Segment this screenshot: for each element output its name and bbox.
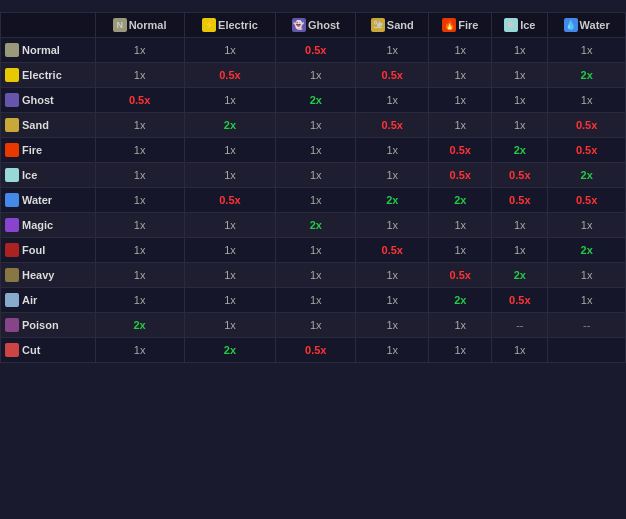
table-row: Sand1x2x1x0.5x1x1x0.5x bbox=[1, 113, 626, 138]
cell-ghost-ghost: 2x bbox=[276, 88, 356, 113]
cell-electric-fire: 1x bbox=[429, 63, 492, 88]
cell-cut-normal: 1x bbox=[95, 338, 184, 363]
col-header-sand: 🏜Sand bbox=[356, 13, 429, 38]
sand-row-icon bbox=[5, 118, 19, 132]
cell-magic-fire: 1x bbox=[429, 213, 492, 238]
cell-normal-water: 1x bbox=[548, 38, 626, 63]
cell-foul-normal: 1x bbox=[95, 238, 184, 263]
cell-cut-ghost: 0.5x bbox=[276, 338, 356, 363]
col-header-electric: ⚡Electric bbox=[184, 13, 276, 38]
cell-poison-water: -- bbox=[548, 313, 626, 338]
cell-foul-electric: 1x bbox=[184, 238, 276, 263]
cell-water-fire: 2x bbox=[429, 188, 492, 213]
cell-cut-fire: 1x bbox=[429, 338, 492, 363]
cell-normal-electric: 1x bbox=[184, 38, 276, 63]
ice-icon: ❄ bbox=[504, 18, 518, 32]
cell-sand-water: 0.5x bbox=[548, 113, 626, 138]
cell-fire-electric: 1x bbox=[184, 138, 276, 163]
cell-heavy-water: 1x bbox=[548, 263, 626, 288]
table-row: Cut1x2x0.5x1x1x1x bbox=[1, 338, 626, 363]
cell-air-ghost: 1x bbox=[276, 288, 356, 313]
table-row: Ice1x1x1x1x0.5x0.5x2x bbox=[1, 163, 626, 188]
cell-ice-sand: 1x bbox=[356, 163, 429, 188]
magic-row-icon bbox=[5, 218, 19, 232]
table-row: Electric1x0.5x1x0.5x1x1x2x bbox=[1, 63, 626, 88]
page-title bbox=[0, 0, 626, 12]
cell-poison-ice: -- bbox=[492, 313, 548, 338]
heavy-row-icon bbox=[5, 268, 19, 282]
col-header-normal: NNormal bbox=[95, 13, 184, 38]
cell-ice-water: 2x bbox=[548, 163, 626, 188]
cell-sand-sand: 0.5x bbox=[356, 113, 429, 138]
poison-row-icon bbox=[5, 318, 19, 332]
cell-sand-normal: 1x bbox=[95, 113, 184, 138]
cell-air-sand: 1x bbox=[356, 288, 429, 313]
water-row-icon bbox=[5, 193, 19, 207]
row-label-foul: Foul bbox=[1, 238, 96, 263]
cell-foul-sand: 0.5x bbox=[356, 238, 429, 263]
attacking-header bbox=[1, 13, 96, 38]
cell-heavy-sand: 1x bbox=[356, 263, 429, 288]
cell-ghost-fire: 1x bbox=[429, 88, 492, 113]
cell-ghost-electric: 1x bbox=[184, 88, 276, 113]
air-row-icon bbox=[5, 293, 19, 307]
cell-heavy-ice: 2x bbox=[492, 263, 548, 288]
cell-normal-fire: 1x bbox=[429, 38, 492, 63]
cell-poison-ghost: 1x bbox=[276, 313, 356, 338]
cell-ice-normal: 1x bbox=[95, 163, 184, 188]
cell-normal-ice: 1x bbox=[492, 38, 548, 63]
cell-air-ice: 0.5x bbox=[492, 288, 548, 313]
electric-row-icon bbox=[5, 68, 19, 82]
type-chart-table: NNormal⚡Electric👻Ghost🏜Sand🔥Fire❄Ice💧Wat… bbox=[0, 12, 626, 363]
cell-sand-electric: 2x bbox=[184, 113, 276, 138]
ghost-icon: 👻 bbox=[292, 18, 306, 32]
cell-normal-normal: 1x bbox=[95, 38, 184, 63]
row-label-magic: Magic bbox=[1, 213, 96, 238]
cell-air-fire: 2x bbox=[429, 288, 492, 313]
cell-sand-ice: 1x bbox=[492, 113, 548, 138]
table-row: Magic1x1x2x1x1x1x1x bbox=[1, 213, 626, 238]
cell-sand-fire: 1x bbox=[429, 113, 492, 138]
cell-electric-ghost: 1x bbox=[276, 63, 356, 88]
cell-ghost-ice: 1x bbox=[492, 88, 548, 113]
electric-icon: ⚡ bbox=[202, 18, 216, 32]
cell-fire-normal: 1x bbox=[95, 138, 184, 163]
cell-magic-ghost: 2x bbox=[276, 213, 356, 238]
row-label-water: Water bbox=[1, 188, 96, 213]
cell-poison-electric: 1x bbox=[184, 313, 276, 338]
cell-poison-fire: 1x bbox=[429, 313, 492, 338]
sand-icon: 🏜 bbox=[371, 18, 385, 32]
cell-ghost-sand: 1x bbox=[356, 88, 429, 113]
foul-row-icon bbox=[5, 243, 19, 257]
cell-heavy-normal: 1x bbox=[95, 263, 184, 288]
cell-electric-ice: 1x bbox=[492, 63, 548, 88]
row-label-air: Air bbox=[1, 288, 96, 313]
cell-cut-electric: 2x bbox=[184, 338, 276, 363]
cell-fire-sand: 1x bbox=[356, 138, 429, 163]
cell-foul-fire: 1x bbox=[429, 238, 492, 263]
table-row: Poison2x1x1x1x1x---- bbox=[1, 313, 626, 338]
cell-ice-electric: 1x bbox=[184, 163, 276, 188]
cell-air-electric: 1x bbox=[184, 288, 276, 313]
cell-air-water: 1x bbox=[548, 288, 626, 313]
row-label-sand: Sand bbox=[1, 113, 96, 138]
cell-water-sand: 2x bbox=[356, 188, 429, 213]
row-label-poison: Poison bbox=[1, 313, 96, 338]
row-label-fire: Fire bbox=[1, 138, 96, 163]
cell-ghost-water: 1x bbox=[548, 88, 626, 113]
row-label-normal: Normal bbox=[1, 38, 96, 63]
col-header-fire: 🔥Fire bbox=[429, 13, 492, 38]
row-label-heavy: Heavy bbox=[1, 263, 96, 288]
cell-magic-ice: 1x bbox=[492, 213, 548, 238]
row-label-ice: Ice bbox=[1, 163, 96, 188]
cell-poison-normal: 2x bbox=[95, 313, 184, 338]
row-label-cut: Cut bbox=[1, 338, 96, 363]
col-header-water: 💧Water bbox=[548, 13, 626, 38]
cell-normal-ghost: 0.5x bbox=[276, 38, 356, 63]
cell-poison-sand: 1x bbox=[356, 313, 429, 338]
table-row: Ghost0.5x1x2x1x1x1x1x bbox=[1, 88, 626, 113]
cell-foul-water: 2x bbox=[548, 238, 626, 263]
cell-fire-water: 0.5x bbox=[548, 138, 626, 163]
cell-sand-ghost: 1x bbox=[276, 113, 356, 138]
cell-fire-fire: 0.5x bbox=[429, 138, 492, 163]
